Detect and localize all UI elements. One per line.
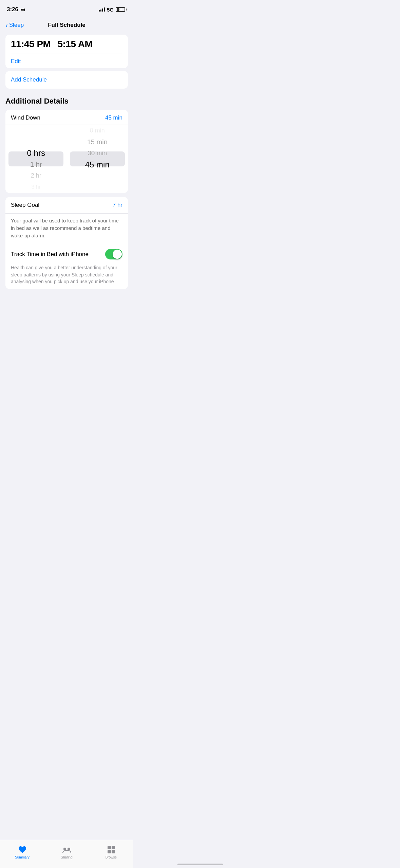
back-button[interactable]: ‹ Sleep [5, 22, 24, 29]
picker-item[interactable]: 0 min [67, 125, 128, 136]
wind-down-header: Wind Down 45 min [5, 110, 128, 125]
edit-row: Edit [11, 54, 122, 66]
bedtime-display: 11:45 PM [11, 39, 51, 50]
waketime-display: 5:15 AM [57, 39, 92, 50]
status-icons: 5G 36 [99, 7, 127, 13]
status-time: 3:26 🛏 [7, 6, 25, 13]
nav-bar: ‹ Sleep Full Schedule [0, 17, 133, 35]
picker-item[interactable]: 30 min [67, 148, 128, 159]
signal-bars [99, 7, 105, 12]
sleep-goal-header: Sleep Goal 7 hr [5, 197, 128, 214]
add-schedule-button[interactable]: Add Schedule [11, 76, 47, 83]
picker-item[interactable]: 1 hr [5, 159, 67, 170]
picker-item[interactable]: 2 hr [5, 170, 67, 181]
wind-down-label: Wind Down [11, 114, 40, 121]
sleep-goal-description: Your goal will be used to keep track of … [5, 214, 128, 244]
edit-button[interactable]: Edit [11, 57, 21, 66]
track-time-label: Track Time in Bed with iPhone [11, 251, 101, 258]
schedule-times: 11:45 PM 5:15 AM [11, 39, 122, 50]
sleep-goal-value: 7 hr [113, 202, 122, 209]
network-type: 5G [107, 7, 114, 13]
schedule-card: 11:45 PM 5:15 AM Edit [5, 35, 128, 68]
back-label: Sleep [9, 22, 24, 29]
wind-down-picker[interactable]: 0 hrs 1 hr 2 hr 3 hr 0 min 15 min 30 min… [5, 125, 128, 193]
picker-item[interactable] [5, 136, 67, 147]
page-title: Full Schedule [48, 22, 85, 29]
bed-icon: 🛏 [20, 7, 25, 12]
picker-minutes-col[interactable]: 0 min 15 min 30 min 45 min [67, 125, 128, 193]
status-bar: 3:26 🛏 5G 36 [0, 0, 133, 17]
wind-down-value: 45 min [105, 114, 122, 121]
picker-hours-col[interactable]: 0 hrs 1 hr 2 hr 3 hr [5, 125, 67, 193]
add-schedule-card: Add Schedule [5, 71, 128, 89]
additional-details-header: Additional Details [0, 97, 133, 110]
track-time-row: Track Time in Bed with iPhone [5, 244, 128, 264]
sleep-goal-card: Sleep Goal 7 hr Your goal will be used t… [5, 197, 128, 264]
wind-down-card: Wind Down 45 min 0 hrs 1 hr 2 hr 3 hr 0 … [5, 110, 128, 193]
picker-item[interactable]: 3 hr [5, 182, 67, 193]
picker-item[interactable] [5, 125, 67, 136]
picker-item[interactable]: 15 min [67, 136, 128, 147]
sleep-goal-label: Sleep Goal [11, 202, 39, 209]
track-time-description: Health can give you a better understandi… [5, 264, 128, 289]
picker-item-selected[interactable]: 0 hrs [5, 148, 67, 159]
back-chevron-icon: ‹ [5, 22, 8, 29]
track-time-toggle[interactable] [105, 249, 122, 259]
toggle-thumb [113, 250, 122, 259]
picker-item-selected[interactable]: 45 min [67, 159, 128, 170]
main-content: 11:45 PM 5:15 AM Edit Add Schedule Addit… [0, 35, 133, 323]
battery-icon: 36 [116, 7, 127, 12]
